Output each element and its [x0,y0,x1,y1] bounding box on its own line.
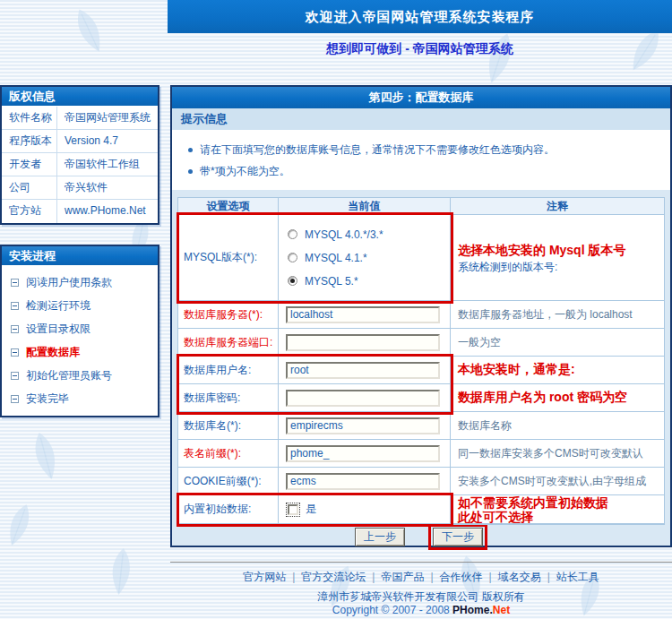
progress-step-environment: 检测运行环境 [2,294,158,317]
db-password-input[interactable] [286,390,440,407]
row-label: 软件名称 [2,107,57,129]
builtin-data-label: 内置初始数据: [178,495,279,523]
db-username-row: 数据库用户名: 本地安装时，通常是: [178,357,664,384]
footer-link-webmaster-tools[interactable]: 站长工具 [556,571,599,583]
footer-company: 漳州市芗城帝兴软件开发有限公司 版权所有 [170,589,672,605]
radio-icon[interactable] [288,229,297,239]
table-row: 软件名称 帝国网站管理系统 [2,107,158,130]
footer-link-domains[interactable]: 域名交易 [498,571,541,583]
table-prefix-label: 表名前缀(*): [178,440,279,467]
table-row: 开发者 帝国软件工作组 [2,153,158,176]
progress-step-label: 检测运行环境 [26,298,90,314]
banner-subtitle: 想到即可做到 - 帝国网站管理系统 [168,41,672,57]
mysql-version-label: MYSQL版本(*): [178,215,279,300]
footer-divider [170,562,672,563]
footer-copyright: Copyright © 2007 - 2008 PHome.Net [170,604,672,616]
copyright-panel-title: 版权信息 [2,87,158,107]
db-port-label: 数据库服务器端口: [178,329,279,356]
tree-minus-icon [11,395,19,403]
row-value: Version 4.7 [57,130,158,152]
leaf-decoration [471,26,527,92]
step-title: 第四步：配置数据库 [172,87,670,108]
db-username-label: 数据库用户名: [178,357,279,383]
footer-link-partners[interactable]: 合作伙伴 [440,571,483,583]
cookie-prefix-input[interactable] [286,473,440,490]
progress-step-label: 配置数据库 [26,345,80,360]
link-separator: | [547,571,550,583]
banner-title: 欢迎进入帝国网站管理系统安装程序 [168,0,672,33]
comment-highlight: 选择本地安装的 Mysql 版本号 [458,241,625,259]
column-header-comment: 注释 [451,198,664,214]
radio-mysql-40[interactable]: MYSQL 4.0.*/3.* [279,223,383,246]
mysql-version-comment: 选择本地安装的 Mysql 版本号 系统检测到的版本号: [451,215,664,300]
radio-label: MYSQL 4.0.*/3.* [305,228,383,241]
brand-phome: PHome. [452,604,493,616]
footer-link-official-site[interactable]: 官方网站 [243,571,286,583]
db-port-row: 数据库服务器端口: 一般为空 [178,329,664,357]
footer-links: 官方网站|官方交流论坛|帝国产品|合作伙伴|域名交易|站长工具 [170,570,672,585]
link-separator: | [430,571,433,583]
previous-step-button[interactable]: 上一步 [355,528,405,546]
table-header-row: 设置选项 当前值 注释 [178,198,664,215]
wizard-buttons: 上一步 下一步 [172,526,670,547]
db-port-comment: 一般为空 [451,329,664,356]
row-label: 公司 [2,176,57,199]
copyright-info-panel: 版权信息 软件名称 帝国网站管理系统 程序版本 Version 4.7 开发者 … [0,85,159,225]
db-username-input[interactable] [286,362,440,379]
hint-text: 请在下面填写您的数据库账号信息，通常情况下不需要修改红色选项内容。 [200,142,555,158]
link-separator: | [489,571,492,583]
row-label: 开发者 [2,153,57,176]
builtin-data-comment: 如不需要系统内置初始数据 此处可不选择 [451,495,664,523]
leaf-decoration [63,0,117,62]
table-prefix-row: 表名前缀(*): 同一数据库安装多个CMS时可改变默认 [178,440,664,468]
table-row: 官方站 www.PHome.Net [2,200,158,223]
tree-minus-icon [11,372,19,380]
db-username-comment: 本地安装时，通常是: [451,357,664,383]
progress-step-label: 初始化管理员账号 [26,368,112,383]
db-server-input[interactable] [286,306,440,323]
progress-step-database-current: 配置数据库 [2,340,158,364]
next-step-button[interactable]: 下一步 [433,528,483,546]
link-separator: | [372,571,375,583]
db-port-input[interactable] [286,334,440,351]
radio-icon[interactable] [288,253,297,262]
cookie-prefix-row: COOKIE前缀(*): 安装多个CMS时可改变默认,由字母组成 [178,468,664,495]
comment-line1: 如不需要系统内置初始数据 [458,495,608,510]
builtin-data-checkbox[interactable] [286,503,300,517]
tree-minus-icon [11,302,19,310]
progress-panel-title: 安装进程 [2,246,158,266]
brand-net: Net [493,604,510,616]
progress-step-admin: 初始化管理员账号 [2,364,158,387]
progress-step-finish: 安装完毕 [2,387,158,410]
radio-label: MYSQL 5.* [305,275,358,288]
radio-mysql-41[interactable]: MYSQL 4.1.* [279,246,367,270]
link-separator: | [292,571,295,583]
cookie-prefix-comment: 安装多个CMS时可改变默认,由字母组成 [451,468,664,494]
db-password-comment: 数据库用户名为 root 密码为空 [451,384,664,411]
db-name-input[interactable] [286,417,440,434]
footer-link-forum[interactable]: 官方交流论坛 [301,571,366,583]
table-row: 程序版本 Version 4.7 [2,130,158,153]
footer-link-products[interactable]: 帝国产品 [381,571,424,583]
hint-text: 带*项为不能为空。 [200,164,290,179]
hint-section-body: 请在下面填写您的数据库账号信息，通常情况下不需要修改红色选项内容。 带*项为不能… [172,131,670,190]
db-password-row: 数据库密码: 数据库用户名为 root 密码为空 [178,384,664,412]
db-password-label: 数据库密码: [178,384,279,411]
db-server-comment: 数据库服务器地址，一般为 localhost [451,301,664,328]
radio-mysql-5-selected[interactable]: MYSQL 5.* [279,270,358,293]
radio-checked-icon[interactable] [288,276,297,286]
leaf-decoration [100,545,142,600]
mysql-version-row: MYSQL版本(*): MYSQL 4.0.*/3.* MYSQL 4.1.* … [178,215,664,301]
checkbox-icon[interactable] [288,504,298,515]
progress-step-label: 阅读用户使用条款 [26,275,112,290]
radio-label: MYSQL 4.1.* [305,252,367,264]
official-site-link[interactable]: www.PHome.Net [57,200,158,223]
leaf-decoration [21,426,71,488]
progress-list: 阅读用户使用条款 检测运行环境 设置目录权限 配置数据库 初始化管理员账号 安装… [2,266,158,416]
bullet-icon [188,169,193,174]
mysql-version-options: MYSQL 4.0.*/3.* MYSQL 4.1.* MYSQL 5.* [279,215,451,300]
db-name-comment: 数据库名称 [451,412,664,439]
install-progress-panel: 安装进程 阅读用户使用条款 检测运行环境 设置目录权限 配置数据库 初始化管理员… [0,245,159,417]
row-label: 程序版本 [2,130,57,152]
table-prefix-input[interactable] [286,445,440,462]
